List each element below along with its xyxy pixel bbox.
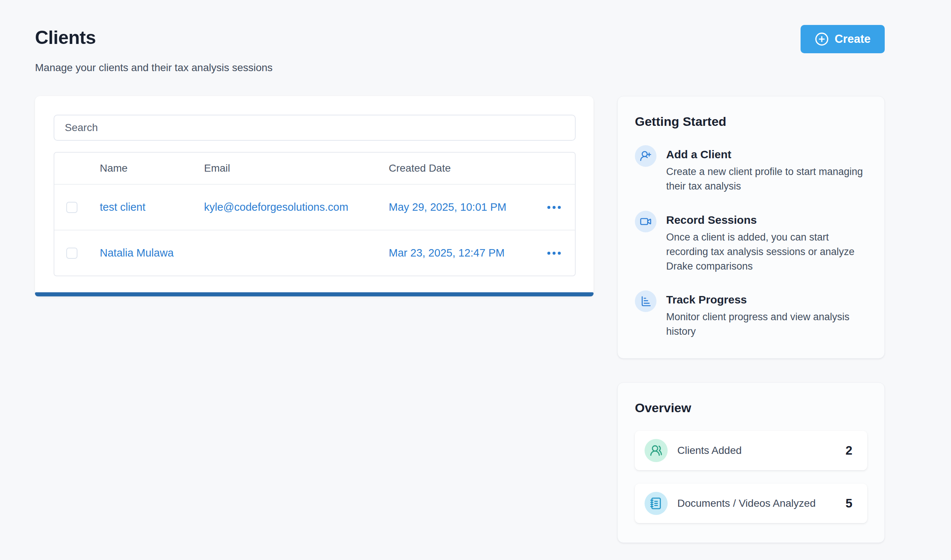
client-created-link[interactable]: May 29, 2025, 10:01 PM — [389, 201, 506, 213]
create-button-label: Create — [835, 32, 871, 46]
table-row: Natalia Mulawa Mar 23, 2025, 12:47 PM — [54, 230, 575, 275]
row-checkbox[interactable] — [66, 248, 77, 259]
clients-card: Name Email Created Date test client kyle… — [35, 96, 594, 296]
getting-started-item-title: Track Progress — [666, 294, 867, 306]
stat-value: 5 — [846, 496, 853, 511]
row-checkbox[interactable] — [66, 202, 77, 213]
column-header-name: Name — [100, 162, 204, 174]
row-actions-menu-button[interactable] — [546, 202, 562, 212]
getting-started-item-title: Add a Client — [666, 148, 867, 161]
column-header-email: Email — [204, 162, 389, 174]
page-title: Clients — [35, 27, 272, 48]
video-camera-icon — [635, 211, 657, 232]
getting-started-item-record-sessions: Record Sessions Once a client is added, … — [635, 211, 867, 274]
getting-started-card: Getting Started Add a Client Create a ne… — [617, 96, 885, 358]
card-bottom-accent-bar — [35, 292, 594, 296]
overview-card: Overview Clients Added 2 — [617, 382, 885, 543]
column-header-created: Created Date — [389, 162, 546, 174]
getting-started-item-description: Create a new client profile to start man… — [666, 165, 867, 194]
row-actions-menu-button[interactable] — [546, 248, 562, 258]
stat-row-documents-analyzed: Documents / Videos Analyzed 5 — [635, 484, 867, 523]
search-input[interactable] — [54, 115, 576, 141]
client-created-link[interactable]: Mar 23, 2025, 12:47 PM — [389, 247, 505, 259]
getting-started-item-title: Record Sessions — [666, 214, 867, 226]
client-name-link[interactable]: Natalia Mulawa — [100, 247, 174, 259]
getting-started-title: Getting Started — [635, 114, 867, 129]
right-sidebar: Getting Started Add a Client Create a ne… — [617, 96, 885, 543]
stat-value: 2 — [846, 443, 853, 458]
users-icon — [645, 439, 668, 462]
clients-table: Name Email Created Date test client kyle… — [54, 152, 576, 276]
client-email-link[interactable]: kyle@codeforgesolutions.com — [204, 201, 348, 213]
getting-started-item-add-client: Add a Client Create a new client profile… — [635, 145, 867, 194]
user-plus-icon — [635, 145, 657, 167]
bar-chart-icon — [635, 291, 657, 312]
notebook-icon — [645, 492, 668, 515]
getting-started-item-description: Once a client is added, you can start re… — [666, 230, 867, 274]
getting-started-item-track-progress: Track Progress Monitor client progress a… — [635, 291, 867, 339]
stat-row-clients-added: Clients Added 2 — [635, 431, 867, 470]
table-header-row: Name Email Created Date — [54, 153, 575, 184]
overview-title: Overview — [635, 401, 867, 415]
plus-circle-icon — [815, 32, 829, 46]
page-header-text: Clients Manage your clients and their ta… — [35, 24, 272, 74]
page-subtitle: Manage your clients and their tax analys… — [35, 62, 272, 74]
client-name-link[interactable]: test client — [100, 201, 146, 213]
clients-page: Clients Manage your clients and their ta… — [0, 0, 951, 560]
create-button[interactable]: Create — [800, 25, 885, 53]
page-header: Clients Manage your clients and their ta… — [35, 24, 885, 74]
getting-started-item-description: Monitor client progress and view analysi… — [666, 310, 867, 339]
stat-label: Documents / Videos Analyzed — [677, 497, 816, 509]
table-row: test client kyle@codeforgesolutions.com … — [54, 184, 575, 230]
stat-label: Clients Added — [677, 445, 742, 457]
